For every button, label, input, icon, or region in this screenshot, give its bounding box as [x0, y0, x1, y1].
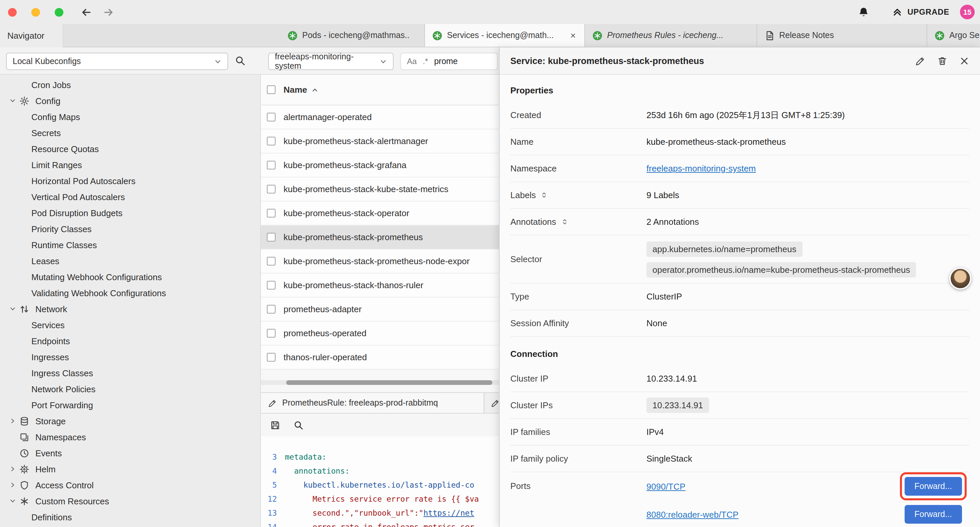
sidebar-item[interactable]: Config — [0, 93, 260, 109]
row-checkbox[interactable] — [267, 113, 275, 121]
row-checkbox[interactable] — [267, 185, 275, 193]
sidebar-item[interactable]: Leases — [0, 253, 260, 269]
sidebar-item[interactable]: Ingresses — [0, 349, 260, 365]
sidebar-item[interactable]: Events — [0, 445, 260, 461]
tree-expander-icon[interactable] — [8, 498, 18, 504]
port-link[interactable]: 9090/TCP — [646, 481, 686, 491]
tree-expander-icon[interactable] — [8, 482, 18, 488]
row-checkbox[interactable] — [267, 281, 275, 290]
match-case-toggle[interactable]: Aa — [407, 57, 417, 66]
row-checkbox[interactable] — [267, 161, 275, 169]
tree-expander-icon[interactable] — [8, 417, 18, 424]
row-checkbox[interactable] — [267, 137, 275, 145]
table-row[interactable]: kube-prometheus-stack-operator — [261, 201, 499, 226]
sidebar-item[interactable]: Horizontal Pod Autoscalers — [0, 173, 260, 189]
property-row-annotations: Annotations 2 Annotations — [510, 209, 969, 236]
sidebar-item[interactable]: Priority Classes — [0, 221, 260, 237]
yaml-editor[interactable]: 3 metadata: 4 annotations: 5 kubectl.kub… — [261, 436, 499, 527]
close-icon[interactable] — [959, 56, 969, 66]
regex-toggle[interactable]: .* — [423, 57, 428, 66]
list-search-input[interactable]: Aa .* prome — [400, 53, 498, 70]
tree-expander-icon[interactable] — [8, 306, 18, 312]
row-checkbox[interactable] — [267, 233, 275, 242]
cluster-tab[interactable]: Release Notes — [757, 24, 927, 47]
tab-close-icon[interactable]: × — [569, 30, 577, 41]
sidebar-item[interactable]: Helm — [0, 461, 260, 477]
sidebar-item[interactable]: Definitions — [0, 509, 260, 525]
namespace-link[interactable]: freeleaps-monitoring-system — [646, 164, 756, 174]
back-icon[interactable] — [81, 6, 92, 18]
notification-count-badge[interactable]: 15 — [960, 5, 975, 19]
sidebar-item[interactable]: Mutating Webhook Configurations — [0, 269, 260, 285]
select-all-checkbox[interactable] — [267, 85, 275, 94]
forward-button[interactable]: Forward... — [904, 477, 962, 496]
sidebar-item[interactable]: Vertical Pod Autoscalers — [0, 189, 260, 205]
port-link[interactable]: 8080:reloader-web/TCP — [646, 509, 738, 519]
tree-expander-icon[interactable] — [8, 466, 18, 472]
editor-search-icon[interactable] — [294, 420, 304, 430]
sidebar-item[interactable]: Network Policies — [0, 381, 260, 397]
sidebar-item[interactable]: Cron Jobs — [0, 77, 260, 93]
table-row[interactable]: kube-prometheus-stack-thanos-ruler — [261, 274, 499, 298]
cluster-tab[interactable]: Pods - icecheng@mathmas... — [280, 24, 425, 47]
table-row[interactable]: kube-prometheus-stack-kube-state-metrics — [261, 177, 499, 201]
forward-button[interactable]: Forward... — [904, 505, 962, 524]
avatar[interactable] — [949, 267, 971, 290]
cluster-tab[interactable]: Services - icecheng@math... × — [425, 24, 585, 47]
navigator-sidebar: Cron Jobs Config Config Maps Secrets — [0, 75, 260, 527]
sidebar-item[interactable]: Resource Quotas — [0, 141, 260, 157]
table-row[interactable]: kube-prometheus-stack-grafana — [261, 153, 499, 177]
namespace-selector[interactable]: freeleaps-monitoring-system — [268, 53, 394, 70]
row-checkbox[interactable] — [267, 353, 275, 361]
delete-trash-icon[interactable] — [937, 56, 947, 66]
sidebar-item[interactable]: Access Control — [0, 477, 260, 493]
row-checkbox[interactable] — [267, 209, 275, 218]
row-checkbox[interactable] — [267, 257, 275, 266]
edit-pencil-icon[interactable] — [915, 56, 925, 66]
sidebar-item[interactable]: Pod Disruption Budgets — [0, 205, 260, 221]
sidebar-item[interactable]: Ingress Classes — [0, 365, 260, 381]
upgrade-button[interactable]: UPGRADE — [892, 7, 949, 18]
sidebar-item[interactable]: Runtime Classes — [0, 237, 260, 253]
cluster-tab[interactable]: Prometheus Rules - icecheng... — [585, 24, 757, 47]
sidebar-item[interactable]: Namespaces — [0, 429, 260, 445]
table-row[interactable]: prometheus-operated — [261, 322, 499, 345]
zoom-window-button[interactable] — [55, 8, 64, 16]
sidebar-item[interactable]: Services — [0, 317, 260, 333]
sidebar-item[interactable]: Port Forwarding — [0, 397, 260, 413]
navigator-search-icon[interactable] — [235, 56, 245, 66]
dock-tab-partial[interactable] — [484, 393, 499, 413]
sidebar-item[interactable]: Config Maps — [0, 109, 260, 125]
cluster-ip-value: 10.233.14.91 — [646, 374, 697, 384]
horizontal-scrollbar-thumb[interactable] — [286, 380, 492, 385]
notifications-bell-icon[interactable] — [858, 6, 869, 18]
sidebar-item[interactable]: Custom Resources — [0, 493, 260, 509]
name-column-header[interactable]: Name — [283, 85, 318, 95]
forward-icon[interactable] — [103, 6, 114, 18]
cluster-tab[interactable]: Argo Se — [927, 24, 980, 47]
minimize-window-button[interactable] — [31, 8, 40, 16]
table-row[interactable]: kube-prometheus-stack-prometheus-node-ex… — [261, 250, 499, 274]
sidebar-item[interactable]: Validating Webhook Configurations — [0, 285, 260, 301]
expand-collapse-icon[interactable] — [561, 218, 568, 226]
sidebar-item[interactable]: Limit Ranges — [0, 157, 260, 173]
close-window-button[interactable] — [8, 8, 17, 16]
connection-section-heading: Connection — [500, 337, 980, 366]
tree-expander-icon[interactable] — [8, 97, 18, 104]
ip-families-value: IPv4 — [646, 427, 664, 437]
sidebar-item[interactable]: Secrets — [0, 125, 260, 141]
save-icon[interactable] — [270, 420, 280, 430]
row-checkbox[interactable] — [267, 329, 275, 338]
kubeconfig-selector[interactable]: Local Kubeconfigs — [6, 53, 228, 70]
table-row[interactable]: kube-prometheus-stack-prometheus — [261, 226, 499, 250]
table-row[interactable]: prometheus-adapter — [261, 298, 499, 322]
expand-collapse-icon[interactable] — [541, 191, 548, 199]
dock-tab-active[interactable]: PrometheusRule: freeleaps-prod-rabbitmq — [261, 393, 484, 413]
table-row[interactable]: alertmanager-operated — [261, 105, 499, 129]
sidebar-item[interactable]: Storage — [0, 413, 260, 429]
sidebar-item[interactable]: Network — [0, 301, 260, 317]
table-row[interactable]: kube-prometheus-stack-alertmanager — [261, 129, 499, 153]
sidebar-item[interactable]: Endpoints — [0, 333, 260, 349]
table-row[interactable]: thanos-ruler-operated — [261, 345, 499, 369]
row-checkbox[interactable] — [267, 305, 275, 314]
